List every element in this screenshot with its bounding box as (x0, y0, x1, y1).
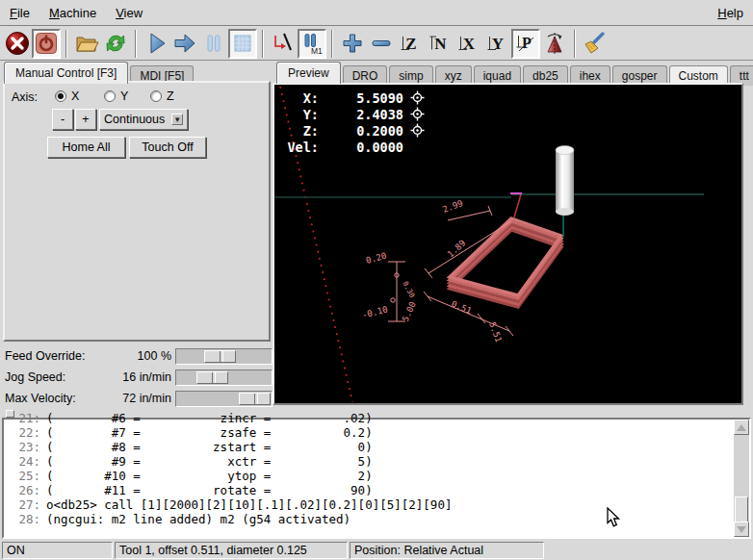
menu-machine[interactable]: Machine (39, 2, 106, 24)
optional-pause-toggle[interactable]: M1 (298, 29, 326, 59)
zoom-out-icon (369, 31, 394, 56)
jog-plus-button[interactable]: + (75, 109, 96, 130)
dim-z-bottom: -0.10 (361, 304, 389, 320)
rotate-view-button[interactable] (540, 29, 569, 59)
jog-speed-slider[interactable] (175, 369, 273, 386)
dim-x-seg: 0.51 (450, 299, 473, 317)
reload-button[interactable] (101, 29, 130, 59)
toolbar-separator (65, 30, 67, 58)
radio-y-indicator[interactable] (104, 90, 116, 102)
pause-button[interactable] (199, 29, 228, 59)
open-file-icon (74, 31, 99, 56)
toolbar-separator (331, 30, 333, 58)
homed-icon (410, 107, 425, 121)
open-file-button[interactable] (72, 29, 101, 59)
feed-override-handle[interactable] (204, 350, 236, 363)
position-mode-status: Position: Relative Actual (350, 542, 544, 559)
dro-overlay: X: 5.5090 Y: 2.4038 Z: 0.2000 (284, 89, 425, 155)
view-z-button[interactable]: Z (396, 29, 425, 59)
menu-file[interactable]: File (0, 2, 39, 24)
view-perspective-button[interactable]: P (511, 29, 540, 59)
machine-state-status: ON (2, 542, 113, 559)
radio-axis-x[interactable]: X (55, 89, 79, 103)
machine-power-icon (35, 32, 58, 55)
view-z-rotated-button[interactable]: N (425, 29, 454, 59)
mouse-cursor (607, 507, 621, 528)
dro-row-vel: Vel: 0.0000 (284, 139, 425, 155)
dim-z-span: 0.30 (401, 280, 417, 300)
jog-speed-label: Jog Speed: (5, 370, 65, 384)
tab-preview[interactable]: Preview (276, 62, 341, 84)
skip-lines-icon (271, 31, 296, 56)
pause-icon (201, 31, 226, 56)
svg-text:Y: Y (492, 35, 504, 53)
jog-speed-handle[interactable] (196, 371, 228, 384)
home-all-button[interactable]: Home All (47, 137, 125, 158)
homed-icon (410, 90, 425, 105)
svg-text:Z: Z (405, 35, 416, 53)
toolbar-separator (262, 30, 264, 58)
statusbar: ON Tool 1, offset 0.511, diameter 0.125 … (0, 540, 753, 560)
gcode-line: 22:( #7 = zsafe = 0.2) (10, 425, 732, 440)
svg-text:P: P (522, 35, 532, 51)
dim-x-total: 5.51 (487, 320, 504, 344)
dro-row-y: Y: 2.4038 (284, 106, 425, 122)
zoom-out-button[interactable] (367, 29, 396, 59)
radio-axis-y[interactable]: Y (104, 89, 128, 103)
view-y-button[interactable]: Y (482, 29, 511, 59)
run-button[interactable] (142, 29, 170, 59)
gcode-scrollbar[interactable] (734, 420, 749, 537)
tool-path (450, 218, 561, 307)
dro-row-x: X: 5.5090 (284, 89, 425, 106)
svg-text:N: N (434, 35, 447, 53)
gcode-line: 26:( #11 = rotate = 90) (10, 483, 732, 497)
feed-override-label: Feed Override: (5, 349, 85, 363)
homed-icon (410, 123, 425, 138)
jog-mode-value: Continuous (104, 113, 165, 126)
scroll-down-button[interactable] (734, 522, 749, 537)
menu-view[interactable]: View (106, 2, 152, 24)
chevron-down-icon: ▼ (171, 114, 183, 125)
dim-z-top: 0.20 (365, 251, 388, 266)
estop-icon (5, 31, 30, 56)
zoom-in-button[interactable] (338, 29, 367, 59)
toolbar: M1 Z N X Y (0, 27, 753, 61)
gcode-display[interactable]: 21:( #6 = zincr = .02) 22:( #7 = zsafe =… (2, 418, 751, 539)
menubar: File Machine View Help (0, 0, 753, 26)
touch-off-button[interactable]: Touch Off (129, 137, 206, 158)
tool-cylinder (556, 146, 574, 216)
feed-override-slider[interactable] (175, 348, 273, 365)
scroll-up-button[interactable] (734, 420, 749, 435)
jog-minus-button[interactable]: - (52, 109, 73, 130)
svg-text:X: X (463, 35, 476, 53)
triangle-up-icon (737, 424, 746, 431)
m1-label: M1 (311, 46, 323, 56)
machine-power-button[interactable] (32, 29, 61, 59)
triangle-down-icon (737, 526, 746, 533)
axis-window: { "window": { "title": "AXIS", "bg": "#d… (0, 0, 753, 560)
estop-button[interactable] (3, 29, 32, 59)
gcode-line: 23:( #8 = zstart = 0) (10, 440, 732, 454)
toolbar-separator (574, 30, 576, 58)
radio-x-indicator[interactable] (55, 90, 66, 102)
gcode-line: 27:o<db25> call [1][2000][2][10][.1][.02… (10, 497, 732, 512)
view-x-button[interactable]: X (454, 29, 482, 59)
skip-lines-toggle[interactable] (269, 29, 298, 59)
gcode-line: 28:(ngcgui: m2 line added) m2 (g54 activ… (10, 512, 732, 526)
radio-z-indicator[interactable] (150, 90, 162, 102)
tab-manual-control[interactable]: Manual Control [F3] (4, 62, 128, 84)
radio-axis-z[interactable]: Z (150, 89, 174, 103)
max-velocity-handle[interactable] (239, 393, 271, 405)
dim-top: 2.99 (441, 198, 464, 215)
step-button[interactable] (170, 29, 199, 59)
view-x-icon: X (455, 31, 480, 56)
preview-canvas[interactable]: 2.99 1.89 0.20 0.30 -0.10 5.00 0.51 5.51… (274, 85, 741, 403)
menu-help[interactable]: Help (708, 2, 753, 24)
clear-plot-button[interactable] (581, 29, 610, 59)
step-icon (172, 31, 197, 56)
stop-button[interactable] (228, 29, 257, 59)
max-velocity-label: Max Velocity: (5, 392, 76, 405)
jog-mode-dropdown[interactable]: Continuous ▼ (99, 109, 188, 130)
stop-icon (231, 32, 254, 55)
max-velocity-slider[interactable] (175, 391, 273, 407)
